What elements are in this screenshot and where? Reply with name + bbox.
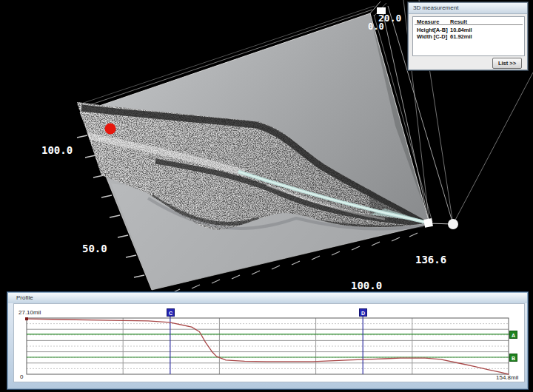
z-axis-label-0: 0.0 (368, 21, 384, 32)
x-axis-label-max: 136.6 (415, 254, 446, 266)
profile-curve (27, 319, 509, 374)
cursor-A-handle[interactable]: A (509, 331, 517, 339)
measure-height-label: Height[A-B] (417, 27, 448, 33)
x-axis-label-100: 100.0 (351, 280, 382, 291)
measure-width-label: Width [C-D] (417, 33, 447, 40)
measurement-panel: 3D measurement Measure Result Height[A-B… (408, 2, 528, 70)
measurement-panel-title: 3D measurement (413, 4, 458, 11)
y-axis-label-100: 100.0 (41, 144, 73, 156)
chart-ymax-label: 27.10mil (19, 309, 41, 316)
profile-titlebar[interactable]: Profile (8, 293, 527, 303)
profile-title: Profile (16, 294, 33, 301)
chart-xmax-label: 154.8mil (496, 374, 518, 381)
axis-end-dot[interactable] (448, 219, 458, 229)
cursor-D-handle[interactable]: D (359, 308, 367, 317)
measure-height-value: 10.84mil (450, 27, 472, 33)
profile-window: Profile 27.10mil 0 154.8mil C D A B (7, 292, 528, 389)
cursor-C-handle[interactable]: C (167, 308, 175, 317)
chart-ymin-label: 0 (20, 374, 23, 380)
profile-chart[interactable] (8, 304, 529, 388)
red-marker-dot[interactable] (105, 124, 116, 135)
list-button[interactable]: List >> (492, 58, 522, 69)
cursor-B-handle[interactable]: B (509, 354, 517, 362)
measurement-table: Measure Result Height[A-B] 10.84mil Widt… (412, 16, 525, 56)
y-axis-label-50: 50.0 (82, 243, 107, 254)
tip-square-marker[interactable] (423, 218, 433, 228)
measure-width-value: 61.92mil (450, 33, 472, 40)
curve-start-marker (25, 317, 28, 320)
measurement-panel-titlebar[interactable]: 3D measurement (409, 3, 527, 14)
app-screen: { "scene3d": { "labels": { "z_top": "20.… (0, 0, 533, 392)
table-header-divider (415, 24, 523, 25)
